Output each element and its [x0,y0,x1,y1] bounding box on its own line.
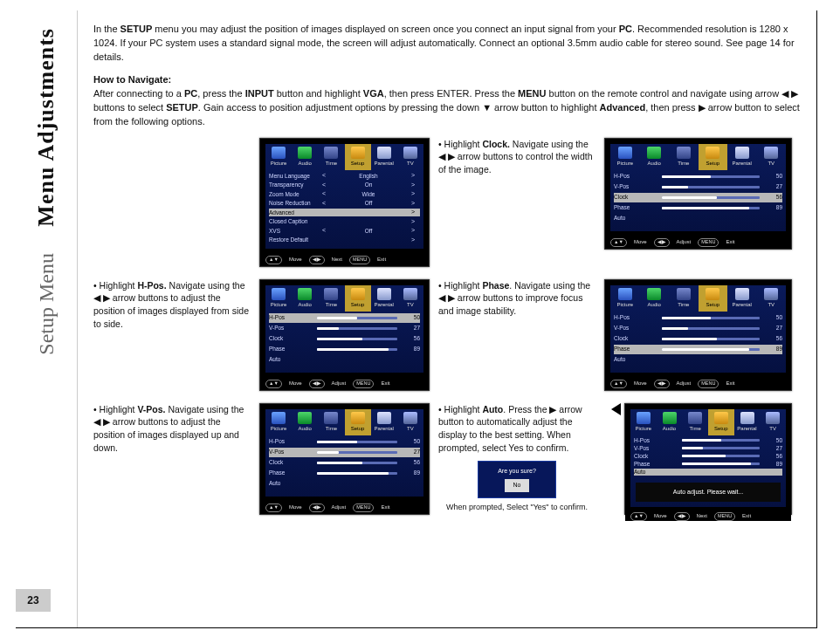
section-title: Menu Adjustments [33,28,59,227]
picture-icon [637,412,651,424]
text: Navigate using the ◀ ▶ arrow buttons to … [93,280,249,329]
key-icon: MENU [353,380,374,388]
osd-tab-picture: Picture [265,285,292,312]
osd-tab-tv: TV [397,144,423,170]
key-icon: ◀▶ [309,504,325,512]
osd-tab-picture: Picture [630,409,657,435]
osd-tab-setup: Setup [708,409,734,435]
osd-rows: H-Pos50V-Pos27Clock56Phase89Auto [610,312,786,373]
text: After connecting to a [93,88,184,99]
desc-vpos: Highlight V-Pos. Navigate using the ◀ ▶ … [93,403,251,515]
osd-tab-label: Picture [271,160,287,168]
audio-icon [298,147,312,159]
osd-tab-label: Setup [706,160,719,168]
osd-tab-audio: Audio [657,409,683,435]
osd-footer: ▲▼Move ◀▶Next MENUExit [260,254,429,266]
text: In the [93,24,120,34]
osd-tab-time: Time [682,409,708,435]
osd-auto: PictureAudioTimeSetupParentalTV H-Pos50V… [624,403,792,515]
footer-label: Next [697,512,707,520]
tv-icon [403,412,417,424]
osd-row-h-pos: H-Pos50 [269,313,420,323]
osd-tab-tv: TV [397,409,423,435]
tv-icon [403,147,417,159]
osd-tabs: PictureAudioTimeSetupParentalTV [265,409,423,435]
time-icon [677,288,691,300]
pointer-icon [611,403,621,415]
text-bold: PC [619,24,632,34]
osd-tab-label: TV [768,160,774,168]
osd-row-h-pos: H-Pos50 [614,172,782,182]
osd-tab-label: Time [326,160,337,168]
osd-footer: ▲▼Move ◀▶Adjust MENUExit [260,378,429,390]
picture-icon [618,288,632,300]
osd-tab-setup: Setup [699,285,728,312]
setup-icon [351,147,365,159]
osd-row: Menu Language<English> [269,172,420,181]
text-bold: INPUT [245,88,274,99]
osd-tab-audio: Audio [640,285,670,312]
osd-tab-label: Picture [271,425,287,433]
time-icon [677,147,691,159]
text: button and highlight [274,88,363,99]
footer-label: Move [289,504,302,511]
osd-row-auto: Auto [269,479,420,489]
parental-icon [377,147,391,159]
time-icon [324,412,338,424]
key-icon: ◀▶ [674,512,690,521]
osd-tab-parental: Parental [371,285,397,312]
osd-tab-label: Audio [648,301,661,309]
osd-tab-setup: Setup [345,409,371,435]
key-icon: ▲▼ [265,380,282,388]
osd-hpos: PictureAudioTimeSetupParentalTV H-Pos50V… [259,279,430,391]
text-bold: SETUP [120,24,153,34]
osd-tab-time: Time [669,285,699,312]
osd-tab-time: Time [318,285,344,312]
prompt-no-button[interactable]: No [505,479,530,491]
osd-row: Zoom Mode<Wide> [269,190,420,199]
setup-icon [706,288,719,300]
osd-tab-parental: Parental [727,144,757,170]
osd-tab-picture: Picture [265,409,292,435]
osd-row-auto: Auto [614,214,782,223]
osd-tabs: PictureAudioTimeSetupParentalTV [610,285,786,312]
footer-label: Adjust [332,380,347,387]
osd-tab-picture: Picture [610,285,640,312]
text-bold: SETUP [166,102,198,113]
intro-paragraph: In the SETUP menu you may adjust the pos… [93,23,801,65]
osd-rows: H-Pos50V-Pos27Clock56Phase89Auto [630,435,786,477]
content-area: In the SETUP menu you may adjust the pos… [77,10,816,627]
key-icon: MENU [714,512,735,521]
osd-auto-wrap: PictureAudioTimeSetupParentalTV H-Pos50V… [604,403,792,515]
layout-grid: PictureAudioTimeSetupParentalTV Menu Lan… [93,138,801,515]
osd-tab-picture: Picture [265,144,292,170]
footer-label: Exit [726,238,734,246]
osd-row-phase: Phase89 [269,345,420,354]
key-icon: ▲▼ [265,504,282,512]
text: . Navigate using the ◀ ▶ arrow buttons t… [438,280,590,316]
tv-icon [766,412,780,424]
osd-footer: ▲▼Move ◀▶Adjust MENUExit [605,236,791,249]
footer-label: Exit [381,380,389,387]
footer-label: Move [289,256,302,264]
confirm-note: When prompted, Select "Yes" to confirm. [446,502,588,513]
tv-icon [764,147,778,159]
osd-tab-label: Time [326,301,337,309]
section-subtitle: Setup Menu [35,253,59,355]
osd-row-phase: Phase89 [614,203,782,213]
osd-row-phase: Phase89 [614,345,782,354]
key-icon: ▲▼ [265,256,282,264]
osd-tab-time: Time [318,409,344,435]
footer-label: Exit [381,504,389,511]
osd-row-auto: Auto [614,355,782,365]
picture-icon [618,147,632,159]
key-icon: ◀▶ [309,380,325,388]
key-icon: ◀▶ [309,256,325,264]
osd-footer: ▲▼Move ◀▶Next MENUExit [625,512,791,521]
osd-tab-label: TV [407,301,414,309]
text-bold: MENU [518,88,546,99]
footer-label: Exit [742,512,751,520]
osd-tab-label: Setup [351,301,365,309]
osd-rows: H-Pos50V-Pos27Clock56Phase89Auto [265,312,423,373]
time-icon [688,412,702,424]
